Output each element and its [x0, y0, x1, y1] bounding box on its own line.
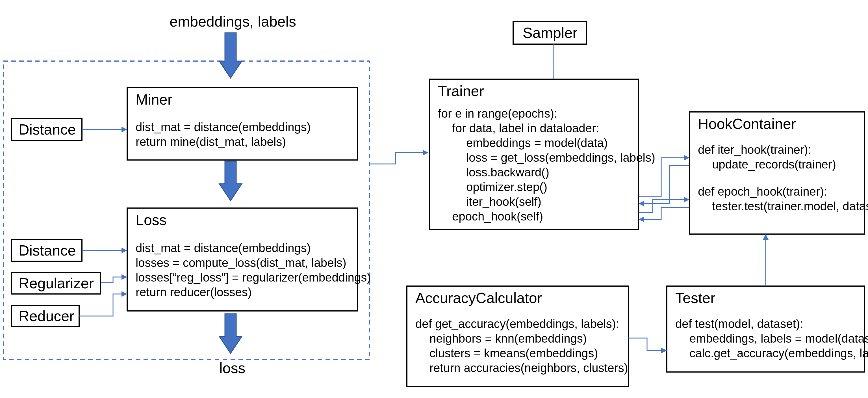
trainer-line1: for e in range(epochs): [438, 107, 557, 120]
diagram-canvas: embeddings, labels Miner dist_mat = dist… [0, 0, 868, 398]
arrow-miner-to-loss [219, 161, 242, 201]
hook-container-title: HookContainer [698, 116, 796, 132]
trainer-title: Trainer [438, 83, 484, 99]
hook-line1: def iter_hook(trainer): [698, 143, 811, 156]
tester-line1: def test(model, dataset): [675, 317, 803, 331]
miner-title: Miner [135, 91, 173, 108]
sampler-title: Sampler [523, 25, 578, 41]
arrow-pipeline-to-trainer-head [423, 150, 428, 155]
arrow-tester-to-hook-head [763, 234, 769, 240]
arrow-accuracy-to-tester-head [661, 348, 667, 353]
trainer-line3: embeddings = model(data) [466, 136, 608, 150]
output-label: loss [219, 360, 245, 376]
arrow-distance-to-loss-head [122, 248, 127, 253]
hook-line2: update_records(trainer) [712, 158, 836, 171]
hook-line4: tester.test(trainer.model, dataset) [712, 200, 868, 213]
tester-title: Tester [675, 290, 715, 306]
trainer-line6: optimizer.step() [466, 180, 547, 194]
arrow-hook-to-epochhook [644, 208, 689, 219]
loss-line3: losses[“reg_loss”] = regularizer(embeddi… [135, 271, 371, 284]
trainer-line7: iter_hook(self) [466, 195, 541, 208]
arrow-hook-to-iterhook-head [639, 201, 644, 206]
arrow-epochhook-to-hook-head [684, 197, 689, 203]
arrow-hook-to-epochhook-head [639, 217, 644, 222]
arrow-reducer-to-loss-head [122, 291, 127, 297]
regularizer-title: Regularizer [19, 275, 94, 292]
trainer-line4: loss = get_loss(embeddings, labels) [466, 151, 655, 164]
arrow-embeddings-to-miner [219, 33, 242, 78]
tester-line2: embeddings, labels = model(dataset) [689, 332, 868, 345]
arrow-loss-to-output [219, 314, 242, 353]
arrow-regularizer-to-loss [101, 277, 122, 283]
accuracy-line1: def get_accuracy(embeddings, labels): [415, 317, 619, 331]
loss-line4: return reducer(losses) [135, 285, 252, 299]
arrow-pipeline-to-trainer [370, 153, 423, 164]
arrow-reducer-to-loss [79, 294, 122, 316]
accuracy-line2: neighbors = knn(embeddings) [430, 332, 587, 345]
accuracy-title: AccuracyCalculator [415, 290, 542, 306]
distance-top-title: Distance [19, 121, 76, 137]
distance-bottom-title: Distance [19, 242, 76, 258]
arrow-regularizer-to-loss-head [122, 274, 127, 280]
loss-line1: dist_mat = distance(embeddings) [135, 241, 311, 255]
arrow-accuracy-to-tester [628, 338, 661, 350]
loss-title: Loss [135, 212, 167, 228]
arrow-hook-to-iterhook [644, 166, 689, 204]
hook-line3: def epoch_hook(trainer): [698, 185, 827, 198]
reducer-title: Reducer [19, 308, 74, 324]
trainer-line8: epoch_hook(self) [452, 210, 543, 223]
accuracy-line3: clusters = kmeans(embeddings) [430, 346, 598, 360]
loss-line2: losses = compute_loss(dist_mat, labels) [135, 256, 346, 269]
accuracy-line4: return accuracies(neighbors, clusters) [430, 361, 628, 374]
arrow-distance-to-miner-head [122, 127, 127, 132]
trainer-line5: loss.backward() [466, 166, 549, 179]
tester-line3: calc.get_accuracy(embeddings, labels) [689, 346, 868, 360]
trainer-line2: for data, label in dataloader: [452, 122, 599, 135]
miner-line2: return mine(dist_mat, labels) [135, 135, 286, 148]
miner-line1: dist_mat = distance(embeddings) [135, 120, 311, 134]
arrow-iterhook-to-hook-head [684, 155, 689, 160]
input-label: embeddings, labels [169, 13, 296, 30]
